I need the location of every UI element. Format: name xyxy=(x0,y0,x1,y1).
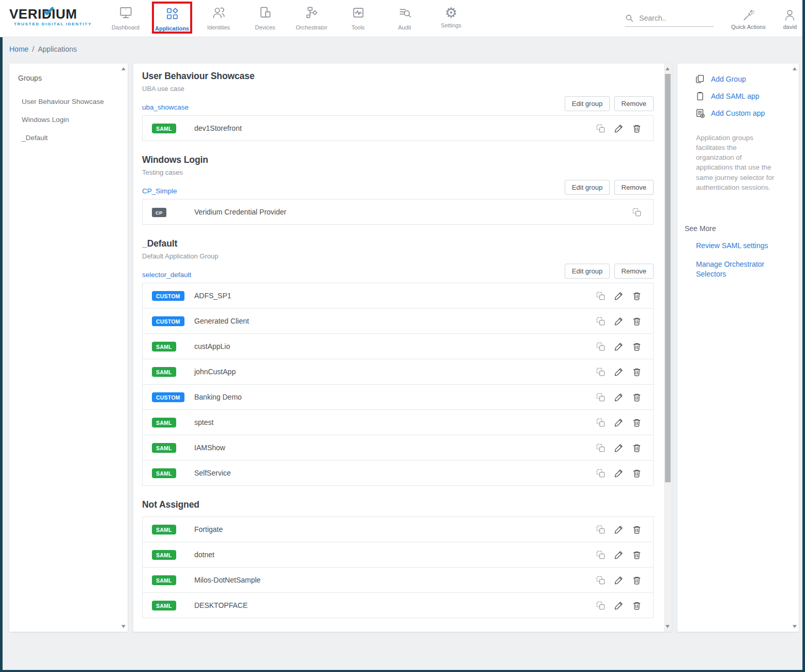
delete-icon xyxy=(632,371,642,378)
scroll-down-arrow[interactable] xyxy=(665,625,670,628)
edit-app-button[interactable] xyxy=(614,418,624,427)
delete-app-button[interactable] xyxy=(632,601,642,610)
scrollbar-thumb[interactable] xyxy=(665,74,671,482)
group-selector-link[interactable]: uba_showcase xyxy=(142,103,189,111)
review-saml-settings-link[interactable]: Review SAML settings xyxy=(696,241,773,251)
edit-app-button[interactable] xyxy=(614,291,624,301)
scroll-down-arrow[interactable] xyxy=(121,625,126,628)
gear-icon: ⚙ xyxy=(445,6,457,20)
scroll-up-arrow[interactable] xyxy=(793,67,797,70)
add-custom-app-link[interactable]: Add Custom app xyxy=(695,108,789,118)
breadcrumb-home-link[interactable]: Home xyxy=(9,45,28,53)
delete-app-button[interactable] xyxy=(632,575,642,585)
row-actions xyxy=(596,418,642,427)
edit-group-button[interactable]: Edit group xyxy=(565,264,610,279)
duplicate-app-button[interactable] xyxy=(596,291,606,301)
edit-icon xyxy=(614,421,624,429)
duplicate-app-button[interactable] xyxy=(596,124,606,133)
delete-icon xyxy=(632,421,642,429)
nav-item-identities[interactable]: Identities xyxy=(195,0,242,37)
app-name: dotnet xyxy=(194,551,214,559)
scroll-down-arrow[interactable] xyxy=(793,625,797,628)
duplicate-app-button[interactable] xyxy=(596,550,606,560)
side-panel-scrollbar[interactable] xyxy=(791,64,799,632)
duplicate-app-button[interactable] xyxy=(596,342,606,352)
delete-app-button[interactable] xyxy=(632,392,642,402)
scroll-up-arrow[interactable] xyxy=(121,67,126,70)
add-saml-app-link[interactable]: Add SAML app xyxy=(695,91,789,101)
nav-item-orchestrator[interactable]: Orchestrator xyxy=(288,0,335,37)
duplicate-app-button[interactable] xyxy=(596,418,606,427)
manage-orchestrator-selectors-link[interactable]: Manage Orchestrator Selectors xyxy=(696,259,773,280)
remove-group-button[interactable]: Remove xyxy=(614,180,654,195)
edit-app-button[interactable] xyxy=(614,124,624,133)
delete-app-button[interactable] xyxy=(632,316,642,326)
app-group-section: _Default Default Application Group selec… xyxy=(142,238,654,486)
duplicate-app-button[interactable] xyxy=(596,575,606,585)
nav-item-audit[interactable]: Audit xyxy=(381,0,428,37)
delete-app-button[interactable] xyxy=(632,468,642,478)
edit-app-button[interactable] xyxy=(614,525,624,534)
delete-app-button[interactable] xyxy=(632,550,642,560)
delete-app-button[interactable] xyxy=(632,525,642,534)
edit-app-button[interactable] xyxy=(614,367,624,377)
nav-item-dashboard[interactable]: Dashboard xyxy=(102,0,149,37)
delete-icon xyxy=(632,295,642,302)
delete-app-button[interactable] xyxy=(632,342,642,352)
duplicate-app-button[interactable] xyxy=(596,468,606,478)
delete-app-button[interactable] xyxy=(632,291,642,301)
delete-icon xyxy=(632,604,642,612)
nav-item-settings[interactable]: ⚙ Settings xyxy=(428,0,474,37)
search-box[interactable] xyxy=(625,13,714,27)
app-name: johnCustApp xyxy=(194,368,236,376)
breadcrumb-separator: / xyxy=(32,45,34,53)
edit-app-button[interactable] xyxy=(614,575,624,585)
duplicate-app-button[interactable] xyxy=(596,367,606,377)
user-menu-button[interactable]: david xyxy=(783,7,797,30)
group-selector-link[interactable]: CP_Simple xyxy=(142,187,177,195)
sidebar-item-windows-login[interactable]: Windows Login xyxy=(9,111,128,129)
duplicate-app-button[interactable] xyxy=(596,443,606,453)
duplicate-app-button[interactable] xyxy=(632,207,642,217)
remove-group-button[interactable]: Remove xyxy=(614,96,654,111)
edit-app-button[interactable] xyxy=(614,316,624,326)
edit-app-button[interactable] xyxy=(614,342,624,352)
delete-icon xyxy=(632,472,642,480)
quick-actions-button[interactable]: Quick Actions xyxy=(731,7,766,30)
group-selector-link[interactable]: selector_default xyxy=(142,271,191,279)
breadcrumb-current: Applications xyxy=(38,45,77,53)
search-input[interactable] xyxy=(639,14,706,22)
app-name: DESKTOPFACE xyxy=(194,601,247,609)
edit-app-button[interactable] xyxy=(614,550,624,560)
app-rows: CUSTOM ADFS_SP1 CUSTOM Generated Client … xyxy=(142,283,654,486)
sidebar-scrollbar[interactable] xyxy=(120,64,128,632)
nav-item-tools[interactable]: Tools xyxy=(335,0,381,37)
nav-item-applications[interactable]: Applications xyxy=(152,2,192,34)
edit-app-button[interactable] xyxy=(614,443,624,453)
duplicate-app-button[interactable] xyxy=(596,392,606,402)
app-name: Milos-DotNetSample xyxy=(194,576,260,584)
edit-group-button[interactable]: Edit group xyxy=(565,180,610,195)
edit-app-button[interactable] xyxy=(614,601,624,610)
duplicate-app-button[interactable] xyxy=(596,525,606,534)
delete-app-button[interactable] xyxy=(632,443,642,453)
edit-icon xyxy=(614,604,624,612)
remove-group-button[interactable]: Remove xyxy=(614,264,654,279)
scroll-up-arrow[interactable] xyxy=(665,67,670,70)
main-scrollbar[interactable] xyxy=(664,64,672,632)
delete-app-button[interactable] xyxy=(632,124,642,133)
edit-app-button[interactable] xyxy=(614,392,624,402)
sidebar-item-user-behaviour-showcase[interactable]: User Behaviour Showcase xyxy=(9,93,128,111)
add-group-link[interactable]: Add Group xyxy=(695,74,789,84)
nav-item-devices[interactable]: Devices xyxy=(242,0,288,37)
application-row: SAML dotnet xyxy=(142,542,654,568)
delete-app-button[interactable] xyxy=(632,367,642,377)
duplicate-app-button[interactable] xyxy=(596,316,606,326)
delete-app-button[interactable] xyxy=(632,418,642,427)
edit-app-button[interactable] xyxy=(614,468,624,478)
duplicate-icon xyxy=(596,579,606,587)
edit-group-button[interactable]: Edit group xyxy=(565,96,610,111)
duplicate-app-button[interactable] xyxy=(596,601,606,610)
sidebar-item-_default[interactable]: _Default xyxy=(9,129,128,147)
application-row: SAML johnCustApp xyxy=(142,359,654,385)
